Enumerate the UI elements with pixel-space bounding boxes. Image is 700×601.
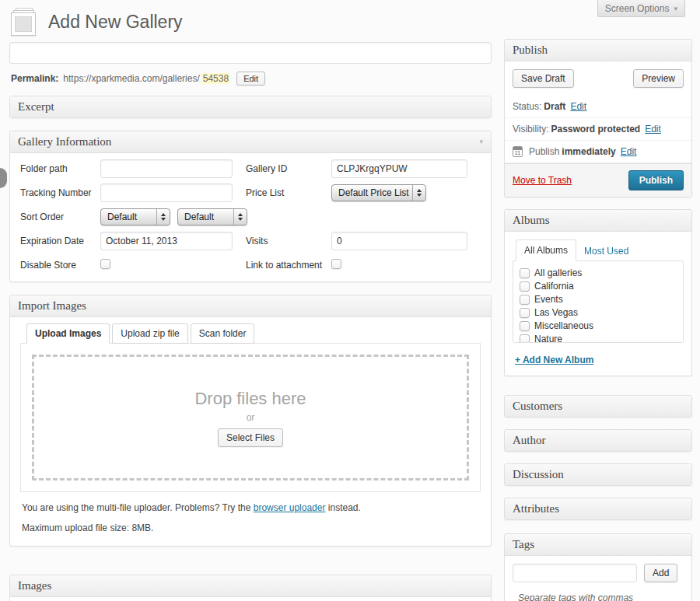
publish-panel-title: Publish (513, 44, 548, 56)
album-item[interactable]: Nature (520, 333, 677, 343)
expiration-date-label: Expiration Date (20, 236, 100, 246)
tab-upload-images[interactable]: Upload Images (26, 323, 110, 344)
import-images-header[interactable]: Import Images (10, 295, 491, 317)
images-panel-header[interactable]: Images (10, 575, 491, 597)
tags-panel: Tags Add Separate tags with commas Choos… (504, 533, 692, 601)
album-label: Nature (534, 334, 562, 343)
max-upload-size-note: Maximum upload file size: 8MB. (22, 522, 479, 533)
discussion-panel-header[interactable]: Discussion (505, 464, 691, 485)
images-panel-title: Images (18, 580, 51, 592)
publish-button[interactable]: Publish (628, 170, 684, 190)
screen-options-button[interactable]: Screen Options ▾ (597, 0, 685, 17)
gallery-information-header[interactable]: Gallery Information ▾ (10, 131, 491, 153)
select-files-button[interactable]: Select Files (218, 428, 283, 447)
permalink-edit-button[interactable]: Edit (236, 72, 265, 86)
gallery-id-label: Gallery ID (246, 163, 331, 174)
album-label: California (534, 281, 574, 292)
disable-store-label: Disable Store (20, 260, 100, 271)
status-row: Status: Draft Edit (505, 96, 691, 118)
album-item[interactable]: California (520, 280, 677, 293)
import-tabs: Upload Images Upload zip file Scan folde… (20, 323, 481, 344)
disable-store-checkbox[interactable] (100, 259, 110, 269)
customers-panel-header[interactable]: Customers (505, 396, 691, 417)
tracking-number-input[interactable] (100, 183, 233, 202)
preview-button[interactable]: Preview (633, 69, 684, 88)
uploader-note: You are using the multi-file uploader. P… (22, 502, 479, 513)
folder-path-input[interactable] (100, 159, 233, 178)
albums-panel-title: Albums (513, 215, 550, 226)
tracking-number-label: Tracking Number (20, 187, 100, 198)
visibility-edit-link[interactable]: Edit (645, 124, 661, 135)
albums-panel: Albums All Albums Most Used All gallerie… (504, 209, 692, 376)
attributes-panel-header[interactable]: Attributes (505, 498, 691, 519)
sort-order-select-2[interactable]: Default (177, 208, 247, 225)
schedule-row: 11 Publish immediately Edit (505, 141, 691, 163)
gallery-information-title: Gallery Information (18, 136, 111, 148)
add-tag-button[interactable]: Add (644, 564, 677, 582)
author-panel-header[interactable]: Author (505, 430, 691, 451)
tab-upload-zip-file[interactable]: Upload zip file (112, 323, 187, 344)
schedule-edit-link[interactable]: Edit (621, 146, 637, 157)
tab-most-used[interactable]: Most Used (576, 241, 636, 261)
album-checkbox[interactable] (520, 321, 530, 331)
album-item[interactable]: Las Vegas (520, 306, 677, 320)
chevron-down-icon: ▾ (479, 136, 483, 148)
albums-tabs: All Albums Most Used (513, 239, 684, 261)
import-images-title: Import Images (18, 300, 86, 312)
select-stepper-icon (412, 185, 425, 201)
price-list-select[interactable]: Default Price List (331, 184, 426, 201)
album-label: Miscellaneous (534, 320, 593, 332)
tab-all-albums[interactable]: All Albums (516, 239, 576, 261)
visits-input[interactable] (331, 232, 467, 250)
dropzone-text: Drop files here (194, 389, 306, 409)
gallery-id-input[interactable] (331, 159, 467, 178)
expiration-date-input[interactable] (100, 232, 233, 250)
link-to-attachment-checkbox[interactable] (331, 259, 341, 269)
album-checkbox[interactable] (520, 281, 530, 292)
schedule-label: Publish (529, 146, 559, 157)
excerpt-panel-header[interactable]: Excerpt (10, 96, 491, 117)
import-images-panel: Import Images Upload Images Upload zip f… (9, 295, 492, 547)
sort-order-select-1[interactable]: Default (100, 208, 170, 225)
album-item[interactable]: All galleries (520, 267, 677, 280)
album-item[interactable]: Events (520, 293, 677, 306)
page-header: Add New Gallery (0, 0, 700, 36)
gallery-title-input[interactable] (9, 42, 492, 64)
visibility-value: Password protected (551, 124, 640, 135)
browser-uploader-link[interactable]: browser uploader (254, 502, 326, 513)
price-list-selected-value: Default Price List (332, 185, 412, 201)
status-value: Draft (544, 101, 565, 112)
permalink-row: Permalink: https://xparkmedia.com/galler… (11, 72, 492, 86)
status-label: Status: (513, 101, 541, 112)
album-checkbox[interactable] (520, 295, 530, 305)
album-checkbox[interactable] (520, 308, 530, 318)
tab-scan-folder[interactable]: Scan folder (191, 323, 255, 344)
tags-panel-title: Tags (513, 539, 534, 550)
move-to-trash-link[interactable]: Move to Trash (513, 175, 572, 186)
visits-label: Visits (246, 236, 331, 246)
albums-panel-header[interactable]: Albums (505, 210, 691, 232)
publish-panel: Publish Save Draft Preview Status: Draft… (504, 39, 692, 197)
save-draft-button[interactable]: Save Draft (513, 69, 574, 88)
excerpt-panel-title: Excerpt (18, 101, 54, 113)
album-checkbox[interactable] (520, 268, 530, 278)
discussion-panel: Discussion (504, 463, 692, 486)
status-edit-link[interactable]: Edit (570, 101, 586, 112)
customers-panel-title: Customers (513, 400, 562, 412)
discussion-panel-title: Discussion (513, 469, 564, 480)
album-checkbox[interactable] (520, 334, 530, 343)
tags-input[interactable] (513, 564, 637, 582)
file-dropzone[interactable]: Drop files here or Select Files (32, 355, 469, 480)
add-new-album-link[interactable]: + Add New Album (515, 355, 593, 365)
tags-panel-header[interactable]: Tags (505, 534, 691, 556)
author-panel: Author (504, 429, 692, 452)
folder-path-label: Folder path (20, 163, 100, 174)
permalink-label: Permalink: (11, 73, 58, 84)
album-item[interactable]: Miscellaneous (520, 320, 677, 333)
publish-panel-header[interactable]: Publish (505, 40, 691, 61)
link-to-attachment-label: Link to attachment (246, 260, 331, 271)
upload-area: Drop files here or Select Files (20, 343, 481, 492)
price-list-label: Price List (246, 187, 331, 198)
excerpt-panel: Excerpt (9, 96, 492, 118)
permalink-url: https://xparkmedia.com/galleries/ (63, 73, 199, 84)
